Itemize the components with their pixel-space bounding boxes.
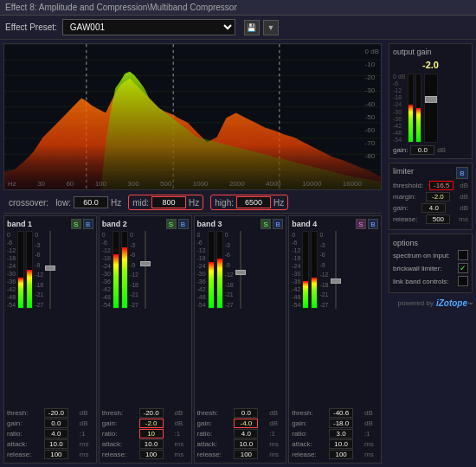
band-4-attack: 10.0 bbox=[329, 439, 353, 449]
isotope-name: iZotope™ bbox=[436, 298, 473, 308]
band-4-thresh: -40.6 bbox=[329, 408, 353, 418]
option-brickwall-label: brickwall limiter: bbox=[393, 265, 441, 272]
band-4-solo[interactable]: S bbox=[356, 219, 366, 229]
output-gain-title: output gain bbox=[393, 48, 468, 56]
output-fader[interactable] bbox=[424, 74, 438, 143]
output-gain-value: 0.0 bbox=[410, 145, 434, 155]
options-title: options bbox=[393, 239, 418, 247]
option-spectrum-label: spectrum on input: bbox=[393, 252, 450, 259]
db-labels: 0 dB-10-20-30-40-50-60-70-80 bbox=[365, 48, 379, 160]
freq-labels: Hz30601003005001000200040001000016000 bbox=[4, 180, 365, 188]
band-2-release: 100 bbox=[139, 450, 164, 459]
isotope-logo: powered by iZotope™ bbox=[389, 298, 473, 308]
output-gain-label: gain: bbox=[393, 146, 408, 154]
limiter-title: limiter bbox=[393, 167, 414, 176]
band-4-gain: -18.0 bbox=[329, 419, 353, 428]
limiter-gain: 4.0 bbox=[421, 203, 446, 213]
band-3-bypass[interactable]: B bbox=[273, 219, 283, 229]
band-1-attack: 10.0 bbox=[44, 439, 68, 449]
band-3-solo[interactable]: S bbox=[261, 219, 271, 229]
title-text: Effect 8: Amplitude and Compression\Mult… bbox=[5, 3, 237, 12]
band-3-title: band 3 bbox=[197, 220, 222, 228]
band-2-attack: 10.0 bbox=[139, 439, 164, 449]
band-2-bypass[interactable]: B bbox=[178, 219, 189, 229]
band-4: band 4 S B 0-6-12-18-24-30-36-42-48-54 0… bbox=[288, 215, 382, 464]
band-4-ratio: 3.0 bbox=[329, 429, 353, 438]
band-2-gain: -2.0 bbox=[139, 419, 164, 428]
band-1-gain: 0.0 bbox=[44, 419, 68, 428]
crossover-low-input[interactable] bbox=[74, 196, 108, 208]
band-3-release: 100 bbox=[234, 450, 258, 459]
trademark-symbol: ™ bbox=[467, 302, 473, 307]
crossover-mid-input[interactable] bbox=[151, 196, 186, 208]
band-4-bypass[interactable]: B bbox=[368, 219, 378, 229]
spectrum-display: 0 dB-10-20-30-40-50-60-70-80 Hz306010030… bbox=[3, 43, 382, 190]
limiter-threshold: -16.5 bbox=[429, 181, 453, 190]
band-1-solo[interactable]: S bbox=[71, 219, 81, 229]
band-1-thresh: -20.0 bbox=[44, 408, 68, 418]
band-3-attack: 10.0 bbox=[234, 439, 258, 449]
crossover-mid-unit: Hz bbox=[189, 198, 199, 208]
band-3-gain: -4.0 bbox=[234, 419, 258, 428]
band-3-thresh: 0.0 bbox=[234, 408, 258, 418]
crossover-bar: crossover: low: Hz mid: Hz high: Hz bbox=[3, 192, 382, 214]
output-gain-section: output gain -2.0 0 dB-6-12-18-24-30-36-4… bbox=[389, 43, 473, 159]
menu-icon[interactable]: ▼ bbox=[263, 20, 279, 35]
band-2-ratio: 10 bbox=[139, 429, 164, 438]
crossover-high-input[interactable] bbox=[236, 196, 271, 208]
band-2-title: band 2 bbox=[102, 220, 127, 228]
limiter-section: limiter B threshold: -16.5 dB margin: -2… bbox=[389, 163, 473, 230]
crossover-label: crossover: bbox=[9, 198, 48, 208]
limiter-bypass[interactable]: B bbox=[456, 167, 468, 179]
band-1-bypass[interactable]: B bbox=[83, 219, 93, 229]
option-brickwall-check[interactable]: ✓ bbox=[458, 263, 468, 273]
crossover-low-unit: Hz bbox=[111, 198, 121, 208]
band-4-title: band 4 bbox=[292, 220, 317, 228]
band-2: band 2 S B 0-6-12-18-24-30-36-42-48-54 0… bbox=[99, 215, 192, 464]
powered-by-text: powered by bbox=[398, 299, 434, 307]
band-2-thresh: -20.0 bbox=[139, 408, 164, 418]
crossover-high-unit: Hz bbox=[273, 198, 284, 208]
crossover-high-label: high: bbox=[215, 198, 234, 208]
band-1-ratio: 4.0 bbox=[44, 429, 68, 438]
preset-bar: Effect Preset: GAW001 💾 ▼ bbox=[0, 16, 476, 40]
preset-label: Effect Preset: bbox=[5, 22, 57, 32]
save-icon[interactable]: 💾 bbox=[244, 20, 260, 35]
title-bar: Effect 8: Amplitude and Compression\Mult… bbox=[0, 0, 476, 16]
band-1-title: band 1 bbox=[7, 220, 32, 228]
band-3: band 3 S B 0-6-12-18-24-30-36-42-48-54 0… bbox=[194, 215, 287, 464]
crossover-low-label: low: bbox=[55, 198, 71, 208]
preset-select[interactable]: GAW001 bbox=[62, 19, 235, 35]
band-1: band 1 S B 0-6-12-18-24-30-36-42-48-54 0… bbox=[3, 215, 97, 464]
band-4-release: 100 bbox=[329, 450, 353, 459]
option-linkband-label: link band controls: bbox=[393, 278, 448, 285]
option-spectrum-check[interactable] bbox=[458, 250, 468, 260]
option-linkband-check[interactable] bbox=[458, 276, 468, 286]
band-1-release: 100 bbox=[44, 450, 68, 459]
band-2-solo[interactable]: S bbox=[166, 219, 177, 229]
options-section: options spectrum on input: brickwall lim… bbox=[389, 234, 473, 293]
limiter-release: 500 bbox=[426, 214, 450, 224]
limiter-margin: -2.0 bbox=[426, 192, 450, 202]
output-gain-display: -2.0 bbox=[393, 60, 468, 70]
output-gain-unit: dB bbox=[437, 146, 451, 154]
band-3-ratio: 4.0 bbox=[234, 429, 258, 438]
crossover-mid-label: mid: bbox=[132, 198, 149, 208]
